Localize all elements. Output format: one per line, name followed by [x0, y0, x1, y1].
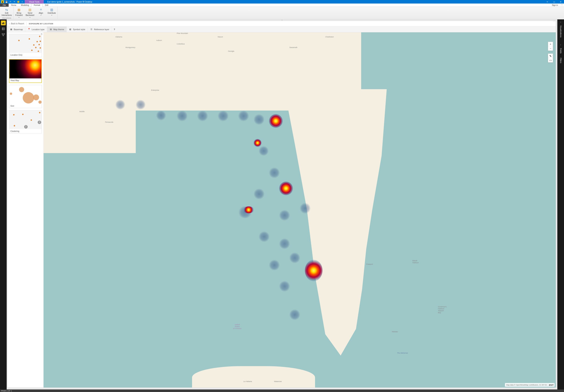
tab-home[interactable]: Home	[9, 3, 19, 7]
panel-fields[interactable]: Fields	[560, 48, 562, 54]
edit-interactions-button[interactable]: ⇆ Edit Interactions	[1, 7, 12, 17]
send-backward-button[interactable]: ▧ Send Backward ▾	[25, 7, 35, 19]
redo-icon[interactable]: ↷	[13, 0, 16, 3]
align-label: Align	[39, 12, 43, 14]
panel-filters[interactable]: Filters	[560, 58, 562, 63]
titlebar: ▮ 💾 ↶ ↷ 🙂 ▾ Visual Tools Esri demo Ignit…	[0, 0, 564, 3]
tab-modeling[interactable]: Modeling	[19, 3, 31, 7]
group-label-interactions: Interactions	[1, 17, 12, 19]
label-usa: United States of America	[233, 324, 241, 329]
esri-toolbar: ▦ Basemap 📍 Location type ▤ Map theme ◧ …	[7, 27, 556, 32]
data-view-icon[interactable]	[1, 27, 6, 31]
file-tab[interactable]: File	[0, 3, 9, 7]
city-savannah: Savannah	[289, 46, 297, 48]
undo-icon[interactable]: ↶	[9, 0, 12, 3]
report-canvas: ═ ⋯ ‹ Back to Report EXPOSURE BY LOCATIO…	[7, 19, 557, 390]
ribbon: ⇆ Edit Interactions Interactions ▦ Bring…	[0, 7, 564, 19]
tab-drill[interactable]: Drill	[42, 3, 51, 7]
zoom-in-button[interactable]: +	[548, 42, 553, 46]
city-freeport: Freeport	[366, 263, 373, 265]
minimize-button[interactable]: ━	[544, 0, 551, 3]
clustering-thumb: 2 2	[9, 110, 42, 129]
map-controls: + − ⬉ ▭	[548, 42, 553, 63]
map-theme-tool[interactable]: ▤ Map theme	[47, 27, 67, 32]
zoom-out-button[interactable]: −	[548, 46, 553, 51]
quick-access-toolbar: ▮ 💾 ↶ ↷ 🙂 ▾	[0, 0, 25, 3]
city-auburn: Auburn	[156, 39, 162, 41]
reference-layer-label: Reference layer	[94, 28, 109, 31]
map-attribution: Map data © OpenStreetMap contributors, C…	[505, 383, 555, 387]
heat-map-thumb	[9, 60, 42, 78]
close-button[interactable]: ✕	[557, 0, 564, 3]
ribbon-group-interactions: ⇆ Edit Interactions Interactions	[0, 7, 14, 19]
model-view-icon[interactable]	[1, 32, 6, 37]
symbol-style-tool[interactable]: ◧ Symbol style	[67, 27, 88, 32]
svg-rect-9	[3, 35, 4, 36]
size-thumb	[9, 85, 42, 104]
status-bar: PAGE 1 OF 1	[0, 390, 564, 392]
collapse-ribbon-icon[interactable]: ˄	[560, 3, 564, 7]
distribute-label: Distribute	[48, 12, 56, 14]
smiley-icon[interactable]: 🙂	[17, 0, 20, 3]
maximize-button[interactable]: ▭	[551, 0, 557, 3]
theme-size[interactable]: Size	[9, 85, 42, 108]
theme-heat-map[interactable]: Heat Map	[9, 59, 42, 83]
city-macon: Macon	[218, 36, 223, 38]
cluster-badge: 2	[38, 121, 41, 124]
map-canvas[interactable]: Montgomery Alabama Auburn Columbus Pine …	[43, 32, 556, 388]
city-montgomery: Montgomery	[126, 46, 135, 48]
panel-visualizations[interactable]: Visualizations	[560, 26, 562, 38]
city-matanzas: Matanzas	[274, 380, 282, 382]
location-type-tool[interactable]: 📍 Location type	[25, 27, 47, 32]
basemap-tool[interactable]: ▦ Basemap	[7, 27, 25, 32]
label-bahamas: The Bahamas	[397, 352, 408, 354]
layers-icon: ☰	[90, 28, 93, 31]
location-only-label: Location Only	[9, 53, 42, 57]
bring-forward-icon: ▦	[17, 8, 21, 12]
reference-layer-tool[interactable]: ☰ Reference layer	[88, 27, 112, 32]
bring-forward-button[interactable]: ▦ Bring Forward ▾	[15, 7, 23, 19]
city-pine: Pine Mountain	[177, 32, 188, 34]
right-panels: ‹ Visualizations ‹ Fields Filters	[557, 19, 564, 390]
help-button[interactable]: ?	[112, 27, 117, 32]
contextual-tab-visual-tools[interactable]: Visual Tools	[25, 0, 44, 3]
ribbon-tabs: File Home Modeling Format Drill Sign in …	[0, 3, 564, 7]
svg-rect-7	[2, 34, 3, 34]
svg-line-10	[2, 34, 3, 35]
svg-rect-2	[4, 23, 4, 24]
symbol-icon: ◧	[69, 28, 72, 31]
align-button[interactable]: ≡ Align ▾	[37, 7, 45, 16]
city-pensacola: Pensacola	[105, 121, 113, 123]
city-charleston: Charleston	[325, 36, 334, 38]
select-rect-icon[interactable]: ▭	[548, 58, 553, 62]
pin-icon: 📍	[28, 28, 30, 31]
heat-map-label: Heat Map	[9, 78, 42, 82]
qat-dropdown-icon[interactable]: ▾	[21, 0, 24, 3]
theme-icon: ▤	[49, 28, 52, 31]
expand-panel-icon-1[interactable]: ‹	[560, 21, 561, 23]
state-alabama: Alabama	[115, 36, 122, 38]
location-type-label: Location type	[32, 28, 44, 31]
pointer-tool-icon[interactable]: ⬉	[548, 54, 553, 58]
city-marsh: Marsh Harbour	[412, 260, 419, 264]
expand-panel-icon-2[interactable]: ‹	[560, 44, 561, 46]
bring-forward-label: Bring Forward	[15, 12, 23, 16]
edit-interactions-label: Edit Interactions	[1, 12, 12, 16]
theme-clustering[interactable]: 2 2 Clustering	[9, 110, 42, 134]
tab-format[interactable]: Format	[31, 3, 42, 7]
map-theme-label: Map theme	[53, 28, 64, 31]
drag-handle-icon[interactable]: ═	[279, 19, 285, 21]
chevron-left-icon: ‹	[9, 23, 10, 25]
state-georgia: Georgia	[228, 50, 234, 52]
sign-in-link[interactable]: Sign in	[550, 3, 560, 7]
distribute-icon: ▥	[50, 8, 54, 12]
city-lahabana: La Habana	[243, 380, 252, 382]
save-icon[interactable]: 💾	[5, 0, 8, 3]
theme-location-only[interactable]: Location Only	[9, 34, 42, 57]
distribute-button[interactable]: ▥ Distribute ▾	[47, 7, 56, 16]
svg-line-11	[3, 34, 4, 35]
svg-rect-8	[4, 34, 5, 34]
report-view-icon[interactable]	[1, 21, 6, 25]
map-area: ✕	[7, 32, 556, 388]
back-to-report-link[interactable]: ‹ Back to Report	[9, 23, 24, 25]
